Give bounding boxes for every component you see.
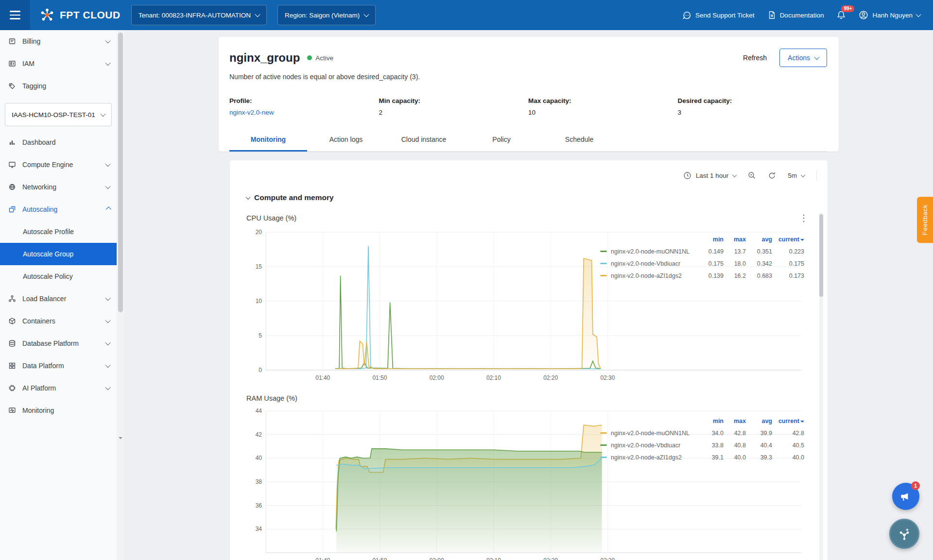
chevron-down-icon xyxy=(100,111,105,117)
legend-stat-avg: 39.3 xyxy=(746,454,772,461)
sidebar-item-containers[interactable]: Containers xyxy=(0,310,117,332)
sidebar-item-autoscale-profile[interactable]: Autoscale Profile xyxy=(0,221,117,243)
sidebar: Billing IAM Tagging IAAS-HCM10-OSP-TEST-… xyxy=(0,30,124,560)
field-label: Min capacity: xyxy=(379,97,529,104)
ai-platform-icon xyxy=(8,384,16,392)
legend-stat-max: 40.8 xyxy=(724,442,746,449)
user-menu[interactable]: Hanh Nguyen xyxy=(859,10,920,20)
sidebar-item-tagging[interactable]: Tagging xyxy=(0,75,117,97)
series-swatch xyxy=(600,444,607,446)
sidebar-item-networking[interactable]: Networking xyxy=(0,176,117,198)
feedback-tab[interactable]: Feedback xyxy=(917,197,933,243)
legend-sort-max[interactable]: max xyxy=(724,236,746,243)
sidebar-item-load-balancer[interactable]: Load Balancer xyxy=(0,288,117,310)
chevron-down-icon xyxy=(364,12,369,17)
legend-sort-avg[interactable]: avg xyxy=(746,236,772,243)
sidebar-item-ai-platform[interactable]: AI Platform xyxy=(0,377,117,399)
ai-assistant-button[interactable] xyxy=(889,519,919,549)
tab-cloud-instance[interactable]: Cloud instance xyxy=(385,129,463,152)
chart-toolbar: Last 1 hour 5m xyxy=(230,166,828,181)
field-min-capacity: Min capacity: 2 xyxy=(379,97,529,117)
refresh-button[interactable]: Refresh xyxy=(743,54,767,62)
section-compute-memory[interactable]: Compute and memory xyxy=(246,193,828,202)
svg-text:38: 38 xyxy=(256,478,262,485)
sidebar-item-autoscale-policy[interactable]: Autoscale Policy xyxy=(0,265,117,288)
sidebar-item-label: Dashboard xyxy=(22,138,110,146)
region-selector[interactable]: Region: Saigon (Vietnam) xyxy=(277,5,376,25)
data-platform-icon xyxy=(8,362,16,370)
document-icon xyxy=(767,11,776,19)
fpt-cloud-console: FPT CLOUD Tenant: 000823-INFRA-AUTOMATIO… xyxy=(0,0,933,560)
legend-row: nginx-v2.0-node-Vbdiuacr0.17518.00.3420.… xyxy=(600,257,804,270)
menu-button[interactable] xyxy=(0,0,30,30)
legend-stat-current: 40.0 xyxy=(772,454,804,461)
svg-text:15: 15 xyxy=(256,263,262,270)
interval-select[interactable]: 5m xyxy=(788,172,805,179)
sidebar-item-billing[interactable]: Billing xyxy=(0,30,117,52)
legend-sort-min[interactable]: min xyxy=(701,418,724,424)
actions-label: Actions xyxy=(788,54,810,62)
refresh-chart-button[interactable] xyxy=(768,171,776,180)
monitoring-icon xyxy=(8,407,16,414)
chevron-down-icon xyxy=(105,318,110,323)
field-value: 2 xyxy=(379,109,383,116)
time-range-select[interactable]: Last 1 hour xyxy=(683,171,737,180)
sidebar-item-dashboard[interactable]: Dashboard xyxy=(0,131,117,153)
svg-text:01:50: 01:50 xyxy=(372,374,387,381)
legend-series-toggle[interactable]: nginx-v2.0-node-aZI1dgs2 xyxy=(600,272,701,279)
project-selector[interactable]: IAAS-HCM10-OSP-TEST-01 xyxy=(5,103,112,126)
sidebar-item-compute-engine[interactable]: Compute Engine xyxy=(0,153,117,176)
svg-text:02:10: 02:10 xyxy=(486,557,501,560)
legend-series-toggle[interactable]: nginx-v2.0-node-muONN1NL xyxy=(600,248,701,255)
chart-menu-button[interactable]: ⋮ xyxy=(796,213,811,223)
chevron-down-icon xyxy=(732,172,737,177)
tab-schedule[interactable]: Schedule xyxy=(540,129,618,152)
sidebar-item-autoscaling[interactable]: Autoscaling xyxy=(0,198,117,221)
series-swatch xyxy=(600,251,607,253)
tab-policy[interactable]: Policy xyxy=(463,129,540,152)
scrollbar-thumb[interactable] xyxy=(819,214,823,297)
support-label: Send Support Ticket xyxy=(695,12,755,19)
legend-header: minmaxavgcurrent xyxy=(600,233,804,245)
legend-series-toggle[interactable]: nginx-v2.0-node-Vbdiuacr xyxy=(600,442,701,449)
sidebar-item-monitoring[interactable]: Monitoring xyxy=(0,399,117,422)
sidebar-scrollbar[interactable] xyxy=(117,30,124,560)
scrollbar-down-arrow[interactable] xyxy=(119,437,122,441)
documentation-link[interactable]: Documentation xyxy=(767,11,824,19)
profile-link[interactable]: nginx-v2.0-new xyxy=(229,109,274,116)
legend-sort-max[interactable]: max xyxy=(724,418,746,424)
billing-icon xyxy=(8,37,16,45)
series-swatch xyxy=(600,432,607,434)
legend-sort-min[interactable]: min xyxy=(701,236,724,243)
tenant-selector[interactable]: Tenant: 000823-INFRA-AUTOMATION xyxy=(131,5,267,25)
sidebar-item-iam[interactable]: IAM xyxy=(0,52,117,75)
fpt-cloud-logo[interactable]: FPT CLOUD xyxy=(39,7,121,23)
svg-text:02:00: 02:00 xyxy=(430,557,444,560)
legend-series-toggle[interactable]: nginx-v2.0-node-aZI1dgs2 xyxy=(600,454,701,461)
series-line xyxy=(336,246,601,369)
announcements-button[interactable]: 1 xyxy=(892,483,919,510)
sidebar-item-data-platform[interactable]: Data Platform xyxy=(0,355,117,377)
tab-monitoring[interactable]: Monitoring xyxy=(229,129,307,152)
legend-series-toggle[interactable]: nginx-v2.0-node-Vbdiuacr xyxy=(600,260,701,267)
clock-icon xyxy=(683,171,691,180)
legend-series-toggle[interactable]: nginx-v2.0-node-muONN1NL xyxy=(600,430,701,437)
actions-button[interactable]: Actions xyxy=(779,49,827,67)
field-value: 10 xyxy=(528,109,536,116)
panel-scrollbar[interactable] xyxy=(819,213,823,560)
scrollbar-thumb[interactable] xyxy=(118,33,123,312)
notifications-button[interactable]: 99+ xyxy=(836,10,846,20)
support-ticket-link[interactable]: Send Support Ticket xyxy=(682,11,755,20)
iam-icon xyxy=(8,60,16,68)
legend-sort-current[interactable]: current xyxy=(772,236,804,243)
sidebar-item-autoscale-group[interactable]: Autoscale Group xyxy=(0,243,117,265)
toolbar-divider xyxy=(816,170,817,181)
series-swatch xyxy=(600,275,607,277)
tab-action-logs[interactable]: Action logs xyxy=(307,129,385,152)
legend-sort-current[interactable]: current xyxy=(772,418,804,424)
tag-icon xyxy=(8,82,16,90)
sidebar-item-database-platform[interactable]: Database Platform xyxy=(0,332,117,355)
zoom-out-button[interactable] xyxy=(748,171,756,180)
legend-stat-max: 18.0 xyxy=(724,260,746,267)
legend-sort-avg[interactable]: avg xyxy=(746,418,772,424)
